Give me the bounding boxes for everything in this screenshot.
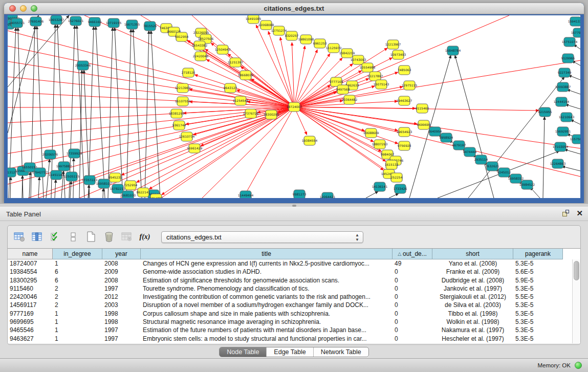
table-cell[interactable]: 9115460	[8, 285, 53, 293]
black-edge[interactable]	[22, 176, 23, 198]
column-header-out-de-[interactable]: △out_de...	[393, 249, 432, 259]
table-cell[interactable]: Stergiakouli et al. (2012)	[432, 293, 513, 301]
table-cell[interactable]: Estimation of the future numbers of pati…	[141, 326, 393, 334]
table-cell[interactable]: de Silva et al. (2003)	[432, 301, 513, 309]
function-builder-icon[interactable]: f(x)	[137, 230, 153, 244]
table-row[interactable]: 911546021997Tourette syndrome. Phenomeno…	[8, 285, 572, 293]
table-cell[interactable]: 22420046	[8, 293, 53, 301]
network-canvas[interactable]: 1190371282505212405572127691406106532871…	[8, 15, 580, 198]
tab-network-table[interactable]: Network Table	[314, 347, 368, 357]
table-cell[interactable]: 0	[393, 293, 432, 301]
new-table-icon[interactable]	[83, 230, 99, 244]
row-height-icon[interactable]	[66, 230, 81, 244]
column-header-name[interactable]: name	[8, 249, 53, 259]
table-cell[interactable]: Structural magnetic resonance image aver…	[141, 318, 393, 326]
table-cell[interactable]: Tibbo et al. (1998)	[432, 310, 513, 318]
table-cell[interactable]: 5.3E-5	[513, 301, 563, 309]
table-cell[interactable]: 1	[53, 335, 102, 343]
table-cell[interactable]: Tourette syndrome. Phenomenology and cla…	[141, 285, 393, 293]
table-cell[interactable]: 9465546	[8, 326, 53, 334]
float-panel-icon[interactable]	[562, 209, 570, 217]
black-edge[interactable]	[46, 159, 50, 198]
table-row[interactable]: 946362711997Embryonic stem cells: a mode…	[8, 335, 572, 343]
table-cell[interactable]: 1	[53, 259, 102, 268]
table-cell[interactable]: Jankovic et al. (1997)	[432, 285, 513, 293]
table-cell[interactable]: 1997	[102, 326, 141, 334]
table-cell[interactable]: 1997	[102, 285, 141, 293]
table-cell[interactable]: 2	[53, 293, 102, 301]
table-cell[interactable]: Yano et al. (2008)	[432, 259, 513, 268]
black-edge[interactable]	[562, 166, 580, 171]
panel-splitter[interactable]	[0, 203, 588, 207]
red-edge[interactable]	[8, 107, 294, 107]
black-edge[interactable]	[96, 27, 105, 198]
table-cell[interactable]: 19384554	[8, 268, 53, 276]
red-edge[interactable]	[294, 107, 580, 177]
table-cell[interactable]: 2008	[102, 259, 141, 268]
table-cell[interactable]: 5.3E-5	[513, 326, 563, 334]
table-cell[interactable]: 6	[53, 268, 102, 276]
table-row[interactable]: 1830029562008Estimation of significance …	[8, 276, 572, 285]
table-cell[interactable]: 5.3E-5	[513, 310, 563, 318]
table-cell[interactable]: 0	[393, 318, 432, 326]
tab-node-table[interactable]: Node Table	[220, 347, 267, 357]
table-cell[interactable]: 2003	[102, 301, 141, 309]
black-edge[interactable]	[366, 191, 378, 198]
table-cell[interactable]: 5.5E-5	[513, 293, 563, 301]
black-edge[interactable]	[133, 29, 142, 198]
table-scrollbar[interactable]	[572, 259, 580, 343]
table-cell[interactable]: 5.3E-5	[513, 259, 563, 268]
table-cell[interactable]: 0	[393, 276, 432, 285]
table-cell[interactable]: 1998	[102, 310, 141, 318]
table-cell[interactable]: Nakamura et al. (1997)	[432, 326, 513, 334]
table-cell[interactable]: 1998	[102, 318, 141, 326]
table-cell[interactable]: 0	[393, 301, 432, 309]
column-header-in-degree[interactable]: in_degree	[53, 249, 102, 259]
black-edge[interactable]	[565, 104, 580, 109]
table-cell[interactable]: 5.3E-5	[513, 285, 563, 293]
table-cell[interactable]: Investigating the contribution of common…	[141, 293, 393, 301]
black-edge[interactable]	[564, 149, 580, 154]
red-edge[interactable]	[202, 107, 294, 198]
black-edge[interactable]	[103, 188, 103, 198]
table-cell[interactable]: 9463627	[8, 335, 53, 343]
network-table-select[interactable]: citations_edges.txt ▲▼	[161, 231, 363, 243]
table-row[interactable]: 946554611997Estimation of the future num…	[8, 326, 572, 334]
table-scrollbar-thumb[interactable]	[574, 261, 579, 280]
table-cell[interactable]: 1	[53, 326, 102, 334]
table-cell[interactable]: 9777169	[8, 310, 53, 318]
table-cell[interactable]: Estimation of significance thresholds fo…	[141, 276, 393, 285]
table-row[interactable]: 1872400712008Changes of HCN gene express…	[8, 259, 572, 268]
table-cell[interactable]: 49	[393, 259, 432, 268]
red-edge[interactable]	[294, 107, 417, 124]
table-cell[interactable]: Franke et al. (2009)	[432, 268, 513, 276]
window-titlebar[interactable]: citations_edges.txt	[4, 3, 584, 14]
table-cell[interactable]: 0	[393, 335, 432, 343]
table-cell[interactable]: 0	[393, 310, 432, 318]
table-cell[interactable]: Wolkin et al. (1998)	[432, 318, 513, 326]
table-cell[interactable]: 14569117	[8, 301, 53, 309]
table-cell[interactable]: 1997	[102, 335, 141, 343]
table-cell[interactable]: 5.3E-5	[513, 318, 563, 326]
table-cell[interactable]: 5.6E-5	[513, 268, 563, 276]
table-cell[interactable]: 1	[53, 318, 102, 326]
table-cell[interactable]: Embryonic stem cells: a model to study s…	[141, 335, 393, 343]
delete-rows-icon[interactable]	[101, 230, 117, 244]
table-cell[interactable]: 0	[393, 285, 432, 293]
table-cell[interactable]: Changes of HCN gene expression and I(f) …	[141, 259, 393, 268]
black-edge[interactable]	[145, 31, 149, 198]
red-edge[interactable]	[8, 31, 294, 107]
table-cell[interactable]: 9699695	[8, 318, 53, 326]
black-edge[interactable]	[10, 177, 11, 198]
black-edge[interactable]	[409, 55, 451, 198]
table-cell[interactable]: 18724007	[8, 259, 53, 268]
table-row[interactable]: 1456911722003Disruption of a novel membe…	[8, 301, 572, 309]
black-edge[interactable]	[389, 193, 399, 198]
black-edge[interactable]	[126, 29, 131, 198]
table-cell[interactable]: 0	[393, 326, 432, 334]
black-edge[interactable]	[569, 75, 580, 80]
table-cell[interactable]: 18300295	[8, 276, 53, 285]
table-cell[interactable]: 2009	[102, 268, 141, 276]
column-header-pagerank[interactable]: pagerank	[513, 249, 563, 259]
black-edge[interactable]	[29, 172, 30, 198]
